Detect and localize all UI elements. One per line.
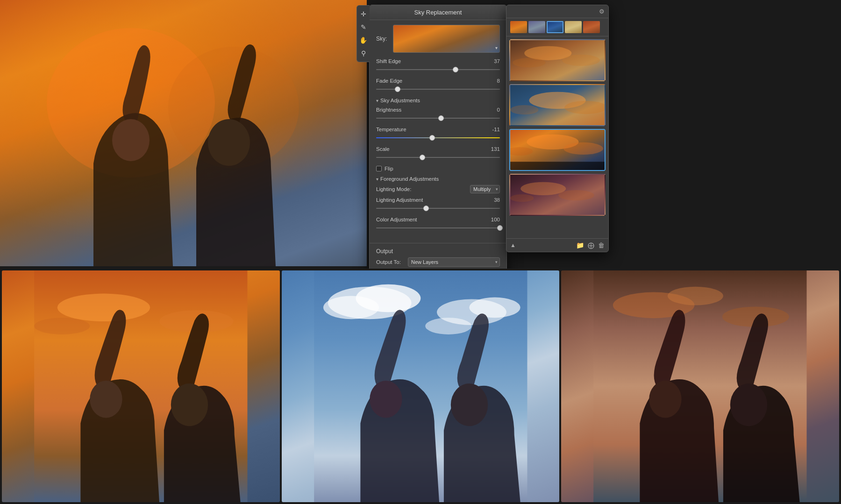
scale-slider[interactable] [376, 154, 500, 161]
svg-point-33 [425, 318, 471, 334]
color-adjustment-thumb[interactable] [497, 225, 503, 231]
svg-point-32 [469, 298, 520, 318]
svg-point-34 [370, 381, 402, 418]
output-section: Output Output To: New Layers Duplicate L… [370, 248, 506, 267]
output-divider [370, 243, 506, 243]
scale-row: Scale 131 [376, 146, 500, 152]
lighting-adjustment-value: 38 [486, 197, 500, 203]
fade-edge-row: Fade Edge 8 [376, 78, 500, 84]
shift-edge-slider[interactable] [376, 66, 500, 73]
add-folder-icon[interactable]: 📁 [576, 241, 584, 249]
sky-thumb-2[interactable] [528, 21, 545, 33]
temperature-label: Temperature [376, 127, 406, 132]
sky-adjustments-header: Sky Adjustments [376, 98, 500, 103]
sky-dialog: Sky Replacement ✛ ✎ ✋ ⚲ Sky: ▾ Shift Edg… [369, 5, 507, 293]
svg-point-30 [323, 296, 379, 319]
brightness-thumb[interactable] [438, 115, 444, 121]
lighting-adjustment-thumb[interactable] [423, 206, 429, 211]
svg-point-24 [34, 318, 90, 334]
color-adjustment-label: Color Adjustment [376, 217, 417, 222]
sky-thumb-3[interactable] [547, 21, 563, 33]
svg-point-6 [562, 55, 600, 66]
svg-point-40 [649, 381, 682, 418]
svg-point-41 [730, 383, 767, 426]
fade-edge-thumb[interactable] [395, 86, 400, 92]
svg-point-19 [558, 190, 594, 200]
temperature-value: -11 [486, 127, 500, 132]
color-adjustment-slider[interactable] [376, 224, 500, 232]
move-tool[interactable]: ✛ [359, 9, 368, 19]
sky-thumb-4[interactable] [565, 21, 582, 33]
lighting-mode-select[interactable]: Multiply Screen Normal [470, 185, 500, 193]
svg-point-35 [450, 383, 487, 426]
brightness-slider[interactable] [376, 114, 500, 122]
sky-list-item-1[interactable] [509, 39, 606, 81]
svg-point-3 [208, 119, 250, 166]
temperature-thumb[interactable] [429, 135, 435, 141]
main-canvas [0, 0, 367, 266]
gear-icon[interactable]: ⚙ [599, 8, 605, 15]
sky-thumbnails-row [506, 18, 608, 36]
temperature-slider[interactable] [376, 134, 500, 142]
brush-tool[interactable]: ✎ [359, 22, 368, 32]
flip-row: Flip [376, 166, 500, 171]
color-adjustment-row: Color Adjustment 100 [376, 217, 500, 222]
svg-point-26 [171, 383, 208, 426]
brightness-value: 0 [486, 107, 500, 113]
lighting-adjustment-label: Lighting Adjustment [376, 197, 423, 203]
sky-dropdown-arrow: ▾ [495, 45, 498, 50]
svg-point-11 [510, 105, 539, 114]
scroll-up-icon: ▲ [510, 242, 516, 248]
hand-tool[interactable]: ✋ [359, 35, 368, 45]
shift-edge-value: 37 [486, 58, 500, 64]
sky-preview[interactable]: ▾ [393, 25, 500, 53]
bottom-panel-1 [2, 270, 280, 502]
svg-point-18 [520, 182, 566, 195]
output-header: Output [376, 248, 500, 255]
dialog-titlebar: Sky Replacement [370, 5, 506, 20]
lighting-mode-label: Lighting Mode: [376, 186, 411, 192]
bottom-strip [0, 269, 841, 504]
fade-edge-slider[interactable] [376, 85, 500, 93]
svg-point-25 [90, 381, 122, 418]
shift-edge-thumb[interactable] [453, 67, 458, 72]
sky-panel-header: ⚙ [506, 5, 608, 18]
flip-label: Flip [385, 166, 393, 171]
svg-point-7 [513, 58, 546, 67]
fade-edge-label: Fade Edge [376, 78, 402, 84]
delete-icon[interactable]: 🗑 [598, 241, 605, 249]
bottom-panel-3 [561, 270, 839, 502]
output-to-label: Output To: [376, 259, 404, 265]
add-item-icon[interactable]: ⨁ [588, 241, 594, 249]
svg-point-39 [668, 287, 723, 305]
flip-checkbox[interactable] [376, 166, 382, 171]
svg-point-22 [57, 294, 150, 322]
lighting-adjustment-row: Lighting Adjustment 38 [376, 197, 500, 203]
sky-thumb-5[interactable] [583, 21, 600, 33]
scale-thumb[interactable] [420, 155, 425, 160]
svg-point-14 [563, 142, 603, 155]
sky-thumb-1[interactable] [510, 21, 527, 33]
color-adjustment-value: 100 [486, 217, 500, 222]
shift-edge-label: Shift Edge [376, 58, 401, 64]
sky-list-item-3[interactable] [509, 129, 606, 171]
sky-list-item-2[interactable] [509, 84, 606, 126]
zoom-tool[interactable]: ⚲ [359, 49, 368, 58]
fade-edge-value: 8 [486, 78, 500, 84]
foreground-adjustments-header: Foreground Adjustments [376, 176, 500, 182]
brightness-row: Brightness 0 [376, 107, 500, 113]
sky-list-item-4[interactable] [509, 174, 606, 216]
scale-value: 131 [486, 146, 500, 152]
output-select[interactable]: New Layers Duplicate Layer Current Layer [408, 257, 500, 267]
lighting-mode-row: Lighting Mode: Multiply Screen Normal [376, 185, 500, 193]
lighting-adjustment-slider[interactable] [376, 205, 500, 212]
temperature-row: Temperature -11 [376, 127, 500, 132]
svg-rect-16 [510, 162, 605, 170]
output-row: Output To: New Layers Duplicate Layer Cu… [376, 257, 500, 267]
lighting-mode-select-wrapper[interactable]: Multiply Screen Normal [470, 185, 500, 193]
output-select-wrapper[interactable]: New Layers Duplicate Layer Current Layer [408, 257, 500, 267]
brightness-label: Brightness [376, 107, 401, 113]
bottom-panel-2 [282, 270, 560, 502]
sky-selector-row: Sky: ▾ [376, 25, 500, 53]
canvas-image [0, 0, 367, 266]
